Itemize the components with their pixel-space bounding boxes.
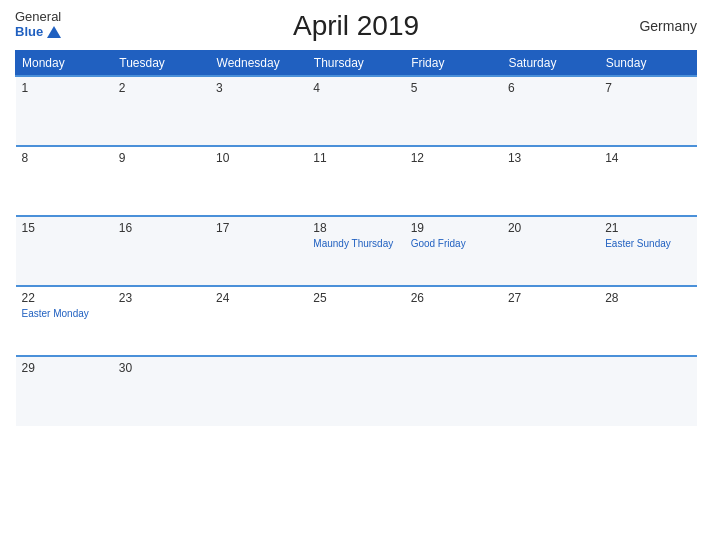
calendar-cell [502,356,599,426]
calendar-week-row: 22Easter Monday232425262728 [16,286,697,356]
day-number: 4 [313,81,398,95]
col-friday: Friday [405,51,502,77]
col-saturday: Saturday [502,51,599,77]
logo: General Blue [15,10,61,39]
holiday-label: Easter Sunday [605,237,690,250]
day-number: 6 [508,81,593,95]
day-number: 26 [411,291,496,305]
calendar-cell [405,356,502,426]
col-thursday: Thursday [307,51,404,77]
col-tuesday: Tuesday [113,51,210,77]
calendar-cell: 8 [16,146,113,216]
col-wednesday: Wednesday [210,51,307,77]
day-number: 14 [605,151,690,165]
calendar-cell: 15 [16,216,113,286]
day-number: 5 [411,81,496,95]
day-number: 22 [22,291,107,305]
day-number: 9 [119,151,204,165]
calendar-cell [599,356,696,426]
calendar-week-row: 15161718Maundy Thursday19Good Friday2021… [16,216,697,286]
calendar-cell: 30 [113,356,210,426]
calendar-cell: 2 [113,76,210,146]
country-label: Germany [639,18,697,34]
logo-general-text: General [15,10,61,24]
logo-blue-text: Blue [15,24,61,39]
day-number: 1 [22,81,107,95]
day-number: 21 [605,221,690,235]
day-number: 28 [605,291,690,305]
calendar-cell: 3 [210,76,307,146]
day-number: 2 [119,81,204,95]
calendar-week-row: 2930 [16,356,697,426]
day-number: 3 [216,81,301,95]
calendar-cell: 13 [502,146,599,216]
calendar-cell: 12 [405,146,502,216]
day-number: 27 [508,291,593,305]
day-number: 12 [411,151,496,165]
calendar-week-row: 891011121314 [16,146,697,216]
calendar-cell: 16 [113,216,210,286]
calendar-cell: 1 [16,76,113,146]
calendar-cell: 9 [113,146,210,216]
calendar-cell [307,356,404,426]
holiday-label: Maundy Thursday [313,237,398,250]
calendar-table: Monday Tuesday Wednesday Thursday Friday… [15,50,697,426]
calendar-cell: 10 [210,146,307,216]
calendar-cell [210,356,307,426]
calendar-cell: 24 [210,286,307,356]
day-number: 13 [508,151,593,165]
col-monday: Monday [16,51,113,77]
day-number: 29 [22,361,107,375]
day-number: 11 [313,151,398,165]
calendar-cell: 29 [16,356,113,426]
calendar-week-row: 1234567 [16,76,697,146]
calendar-header: General Blue April 2019 Germany [15,10,697,42]
calendar-title: April 2019 [293,10,419,42]
day-number: 23 [119,291,204,305]
holiday-label: Easter Monday [22,307,107,320]
day-number: 25 [313,291,398,305]
day-number: 18 [313,221,398,235]
calendar-page: General Blue April 2019 Germany Monday T… [0,0,712,550]
day-number: 7 [605,81,690,95]
logo-triangle-icon [47,26,61,38]
calendar-cell: 27 [502,286,599,356]
calendar-cell: 28 [599,286,696,356]
calendar-cell: 14 [599,146,696,216]
day-number: 15 [22,221,107,235]
calendar-cell: 11 [307,146,404,216]
calendar-cell: 22Easter Monday [16,286,113,356]
day-number: 10 [216,151,301,165]
calendar-cell: 21Easter Sunday [599,216,696,286]
weekday-header-row: Monday Tuesday Wednesday Thursday Friday… [16,51,697,77]
day-number: 19 [411,221,496,235]
day-number: 8 [22,151,107,165]
day-number: 16 [119,221,204,235]
calendar-cell: 6 [502,76,599,146]
calendar-cell: 19Good Friday [405,216,502,286]
day-number: 24 [216,291,301,305]
day-number: 17 [216,221,301,235]
col-sunday: Sunday [599,51,696,77]
calendar-cell: 4 [307,76,404,146]
holiday-label: Good Friday [411,237,496,250]
calendar-cell: 17 [210,216,307,286]
calendar-cell: 18Maundy Thursday [307,216,404,286]
calendar-cell: 5 [405,76,502,146]
calendar-cell: 7 [599,76,696,146]
day-number: 30 [119,361,204,375]
calendar-cell: 25 [307,286,404,356]
calendar-cell: 26 [405,286,502,356]
calendar-cell: 23 [113,286,210,356]
day-number: 20 [508,221,593,235]
calendar-cell: 20 [502,216,599,286]
